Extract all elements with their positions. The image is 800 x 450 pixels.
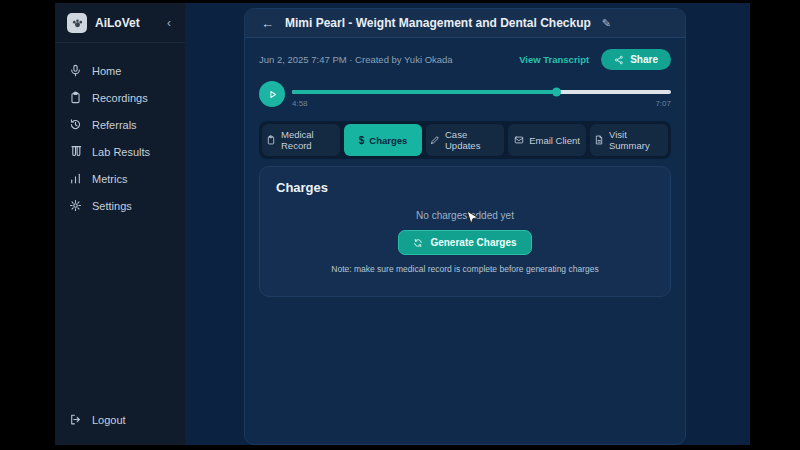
tab-label: Medical Record (281, 129, 336, 151)
tab-charges[interactable]: $ Charges (344, 124, 422, 156)
tab-case-updates[interactable]: Case Updates (426, 124, 504, 156)
clipboard-icon (266, 135, 276, 145)
sidebar-item-recordings[interactable]: Recordings (55, 84, 185, 111)
generate-charges-label: Generate Charges (430, 237, 516, 248)
tab-label: Email Client (529, 135, 580, 146)
sidebar-item-home[interactable]: Home (55, 57, 185, 84)
play-icon (267, 89, 278, 100)
charges-panel: Charges No charges added yet Generate Ch… (259, 166, 671, 297)
total-duration: 7:07 (655, 99, 671, 108)
sidebar-footer: Logout (55, 396, 185, 445)
screenshot-stage: AiLoVet ‹ Home Recordings (0, 0, 800, 450)
sidebar-nav: Home Recordings Referrals (55, 43, 185, 396)
sidebar-item-lab-results[interactable]: Lab Results (55, 138, 185, 165)
recording-body: Jun 2, 2025 7:47 PM · Created by Yuki Ok… (245, 38, 685, 297)
sidebar-item-metrics[interactable]: Metrics (55, 165, 185, 192)
charges-heading: Charges (276, 180, 654, 195)
sidebar-item-label: Recordings (92, 92, 148, 104)
time-row: 4:58 7:07 (292, 99, 671, 108)
pencil-icon[interactable]: ✎ (602, 17, 611, 30)
envelope-icon (514, 135, 524, 145)
tab-medical-record[interactable]: Medical Record (262, 124, 340, 156)
empty-message: No charges added yet (416, 210, 514, 221)
charges-empty-state: No charges added yet Generate Charges No… (276, 210, 654, 276)
document-icon (594, 135, 604, 145)
microphone-icon (69, 64, 82, 77)
generate-charges-button[interactable]: Generate Charges (398, 230, 531, 255)
share-button[interactable]: Share (601, 49, 671, 70)
gear-icon (69, 199, 82, 212)
recording-header: ← Mimi Pearl - Weight Management and Den… (245, 9, 685, 38)
pencil-icon (430, 135, 440, 145)
sidebar-item-label: Home (92, 65, 121, 77)
tab-email-client[interactable]: Email Client (508, 124, 586, 156)
recording-title: Mimi Pearl - Weight Management and Denta… (285, 16, 591, 30)
sidebar-logo-row: AiLoVet ‹ (55, 3, 185, 43)
logout-button[interactable]: Logout (69, 406, 171, 433)
back-arrow-icon[interactable]: ← (261, 17, 274, 30)
history-clock-icon (69, 118, 82, 131)
bar-chart-icon (69, 172, 82, 185)
test-tubes-icon (69, 145, 82, 158)
app-title: AiLoVet (95, 16, 157, 30)
meta-row: Jun 2, 2025 7:47 PM · Created by Yuki Ok… (259, 49, 671, 70)
sidebar-item-settings[interactable]: Settings (55, 192, 185, 219)
created-line: Jun 2, 2025 7:47 PM · Created by Yuki Ok… (259, 54, 453, 65)
progress-fill (292, 90, 557, 94)
tab-label: Visit Summary (609, 129, 664, 151)
sidebar: AiLoVet ‹ Home Recordings (55, 3, 185, 445)
app-window: AiLoVet ‹ Home Recordings (55, 3, 750, 445)
view-transcript-link[interactable]: View Transcript (519, 54, 589, 65)
progress-knob[interactable] (552, 88, 561, 97)
tab-visit-summary[interactable]: Visit Summary (590, 124, 668, 156)
sidebar-item-referrals[interactable]: Referrals (55, 111, 185, 138)
play-button[interactable] (259, 81, 285, 107)
refresh-icon (413, 238, 423, 248)
progress-track[interactable] (292, 90, 671, 94)
tab-label: Charges (369, 135, 407, 146)
charges-note: Note: make sure medical record is comple… (300, 263, 630, 276)
sidebar-item-label: Referrals (92, 119, 137, 131)
sidebar-item-label: Lab Results (92, 146, 150, 158)
meta-actions: View Transcript Share (519, 49, 671, 70)
progress-area: 4:58 7:07 (292, 81, 671, 108)
tab-bar: Medical Record $ Charges Case Updates (259, 121, 671, 159)
clipboard-icon (69, 91, 82, 104)
share-nodes-icon (614, 55, 624, 65)
share-label: Share (630, 54, 658, 65)
sidebar-item-label: Metrics (92, 173, 127, 185)
audio-player: 4:58 7:07 (259, 81, 671, 108)
pet-logo-icon (67, 13, 87, 33)
tab-label: Case Updates (445, 129, 500, 151)
main-area: ← Mimi Pearl - Weight Management and Den… (185, 3, 750, 445)
logout-label: Logout (92, 414, 126, 426)
dollar-icon: $ (359, 135, 365, 146)
sidebar-collapse-icon[interactable]: ‹ (165, 16, 173, 30)
logout-icon (69, 413, 82, 426)
elapsed-time: 4:58 (292, 99, 308, 108)
recording-card: ← Mimi Pearl - Weight Management and Den… (244, 8, 686, 445)
sidebar-item-label: Settings (92, 200, 132, 212)
